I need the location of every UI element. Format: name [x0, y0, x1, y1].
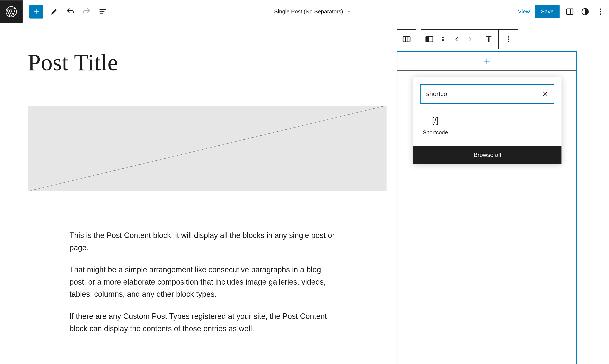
block-toolbar — [397, 29, 578, 49]
editor-canvas: Post Title This is the Post Content bloc… — [0, 23, 609, 335]
shortcode-icon: [/] — [432, 116, 439, 125]
styles-button[interactable] — [580, 7, 590, 17]
block-type-controls — [421, 30, 479, 49]
column-block-type-button[interactable] — [425, 35, 434, 44]
top-left-tools — [29, 5, 108, 19]
post-paragraph[interactable]: That might be a simple arrangement like … — [69, 263, 337, 300]
block-toolbar-main-group — [421, 29, 518, 49]
svg-point-14 — [442, 39, 443, 40]
editor-top-bar: Single Post (No Separators) View Save — [0, 0, 609, 23]
align-top-icon — [484, 35, 493, 43]
block-inserter-popover: [/] Shortcode Browse all — [413, 77, 561, 164]
move-right-button[interactable] — [466, 35, 475, 44]
inserter-search-field[interactable] — [420, 84, 554, 104]
svg-point-20 — [508, 36, 509, 38]
svg-point-4 — [600, 9, 601, 10]
parent-columns-button[interactable] — [397, 29, 416, 49]
redo-button[interactable] — [81, 7, 92, 17]
move-left-button[interactable] — [452, 35, 461, 44]
wordpress-logo-icon — [5, 6, 17, 18]
clear-search-button[interactable] — [542, 91, 548, 97]
svg-rect-11 — [426, 36, 430, 42]
post-paragraph[interactable]: If there are any Custom Post Types regis… — [69, 310, 337, 335]
post-content-block: This is the Post Content block, it will … — [28, 229, 337, 335]
add-block-button[interactable] — [29, 5, 43, 19]
svg-point-17 — [443, 40, 444, 41]
post-paragraph[interactable]: This is the Post Content block, it will … — [69, 229, 337, 254]
top-right-tools: View Save — [518, 5, 606, 18]
inserter-search-input[interactable] — [426, 90, 540, 97]
chevron-down-icon — [347, 9, 352, 14]
svg-point-12 — [442, 37, 443, 38]
columns-icon — [402, 35, 411, 44]
chevron-left-icon — [454, 36, 460, 42]
svg-point-22 — [508, 41, 509, 42]
drag-handle-icon — [440, 36, 446, 42]
vertical-align-button[interactable] — [479, 30, 498, 49]
plus-icon — [32, 8, 40, 15]
inserter-result-shortcode[interactable]: [/] Shortcode — [420, 112, 450, 138]
post-content-column: Post Title This is the Post Content bloc… — [28, 23, 415, 335]
svg-point-21 — [508, 39, 509, 40]
settings-sidebar-toggle[interactable] — [565, 7, 575, 17]
close-icon — [542, 91, 548, 97]
options-more-button[interactable] — [595, 7, 606, 17]
block-more-options-button[interactable] — [498, 30, 518, 49]
undo-button[interactable] — [65, 7, 75, 17]
template-title-text: Single Post (No Separators) — [274, 8, 343, 15]
browse-all-button[interactable]: Browse all — [413, 146, 561, 164]
more-vertical-icon — [596, 7, 605, 16]
svg-point-5 — [600, 11, 601, 12]
redo-icon — [82, 7, 91, 16]
inserter-results: [/] Shortcode — [413, 107, 561, 146]
svg-rect-19 — [488, 38, 489, 42]
selected-column-block[interactable]: [/] Shortcode Browse all — [397, 51, 577, 364]
styles-half-circle-icon — [581, 7, 589, 16]
more-vertical-icon — [505, 35, 512, 43]
view-button[interactable]: View — [518, 8, 530, 15]
right-column-area: [/] Shortcode Browse all — [397, 29, 578, 364]
svg-point-16 — [442, 40, 443, 41]
inserter-search-wrap — [413, 77, 561, 107]
svg-rect-2 — [570, 9, 573, 14]
sidebar-toggle-icon — [566, 7, 574, 16]
plus-icon — [483, 57, 491, 65]
pencil-icon — [50, 7, 58, 16]
inserter-result-label: Shortcode — [423, 129, 448, 136]
post-title-block[interactable]: Post Title — [28, 49, 415, 76]
list-view-icon — [98, 7, 107, 16]
chevron-right-icon — [467, 36, 473, 42]
undo-icon — [66, 7, 75, 16]
column-layout-icon — [425, 35, 434, 44]
svg-rect-1 — [567, 9, 573, 14]
featured-image-placeholder[interactable] — [28, 106, 387, 191]
template-title-area[interactable]: Single Post (No Separators) — [108, 8, 518, 15]
tools-edit-button[interactable] — [49, 7, 59, 17]
document-overview-button[interactable] — [98, 7, 108, 17]
block-appender-button[interactable] — [397, 52, 576, 71]
svg-rect-7 — [403, 36, 410, 42]
wordpress-home-button[interactable] — [0, 0, 23, 23]
save-button[interactable]: Save — [535, 5, 560, 18]
svg-point-6 — [600, 13, 601, 15]
svg-point-15 — [443, 39, 444, 40]
svg-point-13 — [443, 37, 444, 38]
drag-handle[interactable] — [438, 35, 448, 44]
